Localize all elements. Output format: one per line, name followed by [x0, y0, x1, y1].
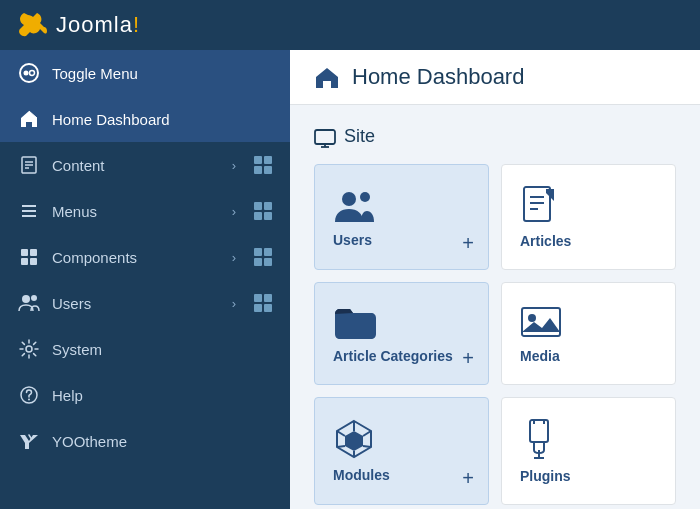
- sidebar: Toggle Menu Home Dashboard: [0, 50, 290, 509]
- modules-card-plus-icon[interactable]: +: [462, 467, 474, 490]
- components-arrow-icon: ›: [232, 250, 236, 265]
- components-grid-icon: [254, 248, 272, 266]
- sidebar-item-menus[interactable]: Menus ›: [0, 188, 290, 234]
- menus-arrow-icon: ›: [232, 204, 236, 219]
- svg-rect-38: [530, 420, 548, 442]
- home-icon: [18, 108, 40, 130]
- article-categories-card[interactable]: Article Categories +: [314, 282, 489, 385]
- users-sidebar-icon: [18, 292, 40, 314]
- svg-point-24: [342, 192, 356, 206]
- svg-point-16: [31, 295, 37, 301]
- articles-card-icon: [520, 185, 558, 225]
- page-title: Home Dashboard: [352, 64, 524, 90]
- media-card-label: Media: [520, 348, 560, 364]
- sidebar-item-help[interactable]: Help: [0, 372, 290, 418]
- help-icon: [18, 384, 40, 406]
- svg-rect-13: [21, 258, 28, 265]
- svg-line-33: [363, 431, 371, 436]
- sidebar-item-content-label: Content: [52, 157, 220, 174]
- content-header: Home Dashboard: [290, 50, 700, 105]
- components-icon: [18, 246, 40, 268]
- joomla-icon: [16, 9, 48, 41]
- svg-point-3: [30, 71, 35, 76]
- section-title: Site: [344, 126, 375, 147]
- media-card[interactable]: Media: [501, 282, 676, 385]
- article-categories-card-plus-icon[interactable]: +: [462, 347, 474, 370]
- svg-point-17: [26, 346, 32, 352]
- users-card-label: Users: [333, 232, 372, 248]
- sidebar-item-users[interactable]: Users ›: [0, 280, 290, 326]
- svg-line-34: [363, 446, 371, 447]
- sidebar-item-toggle-menu-label: Toggle Menu: [52, 65, 272, 82]
- sidebar-item-components-label: Components: [52, 249, 220, 266]
- joomla-logo: Joomla!: [16, 9, 140, 41]
- modules-card-label: Modules: [333, 467, 390, 483]
- site-monitor-icon: [314, 125, 336, 148]
- users-grid-icon: [254, 294, 272, 312]
- plugins-card-label: Plugins: [520, 468, 571, 484]
- article-categories-card-label: Article Categories: [333, 348, 453, 364]
- users-arrow-icon: ›: [232, 296, 236, 311]
- menus-grid-icon: [254, 202, 272, 220]
- content-icon: [18, 154, 40, 176]
- top-bar: Joomla!: [0, 0, 700, 50]
- svg-point-19: [28, 399, 30, 401]
- sidebar-item-content[interactable]: Content ›: [0, 142, 290, 188]
- toggle-menu-icon: [18, 62, 40, 84]
- menus-icon: [18, 200, 40, 222]
- svg-point-0: [28, 21, 36, 29]
- svg-line-36: [337, 446, 345, 447]
- svg-rect-11: [21, 249, 28, 256]
- sidebar-item-components[interactable]: Components ›: [0, 234, 290, 280]
- svg-point-25: [360, 192, 370, 202]
- system-icon: [18, 338, 40, 360]
- home-dashboard-icon: [314, 64, 340, 90]
- main-layout: Toggle Menu Home Dashboard: [0, 50, 700, 509]
- sidebar-item-toggle-menu[interactable]: Toggle Menu: [0, 50, 290, 96]
- content-area: Home Dashboard Site: [290, 50, 700, 509]
- modules-card[interactable]: Modules +: [314, 397, 489, 505]
- sidebar-item-system-label: System: [52, 341, 272, 358]
- svg-rect-12: [30, 249, 37, 256]
- content-body: Site Users +: [290, 105, 700, 509]
- content-grid-icon: [254, 156, 272, 174]
- sidebar-item-users-label: Users: [52, 295, 220, 312]
- users-card[interactable]: Users +: [314, 164, 489, 270]
- sidebar-item-help-label: Help: [52, 387, 272, 404]
- svg-rect-14: [30, 258, 37, 265]
- users-card-icon: [333, 187, 377, 224]
- plugins-card[interactable]: Plugins: [501, 397, 676, 505]
- sidebar-item-yootheme-label: YOOtheme: [52, 433, 272, 450]
- svg-rect-20: [315, 130, 335, 144]
- svg-line-37: [337, 431, 345, 436]
- svg-point-15: [22, 295, 30, 303]
- sidebar-item-home-label: Home Dashboard: [52, 111, 272, 128]
- users-card-plus-icon[interactable]: +: [462, 232, 474, 255]
- modules-card-icon: [333, 419, 375, 459]
- article-categories-card-icon: [333, 303, 377, 340]
- sidebar-item-home-dashboard[interactable]: Home Dashboard: [0, 96, 290, 142]
- media-card-icon: [520, 303, 562, 340]
- sidebar-item-menus-label: Menus: [52, 203, 220, 220]
- yootheme-icon: [18, 430, 40, 452]
- sidebar-item-system[interactable]: System: [0, 326, 290, 372]
- svg-point-31: [528, 314, 536, 322]
- content-arrow-icon: ›: [232, 158, 236, 173]
- joomla-brand-text: Joomla!: [56, 12, 140, 38]
- cards-grid: Users + Articles: [314, 164, 676, 505]
- articles-card-label: Articles: [520, 233, 571, 249]
- sidebar-item-yootheme[interactable]: YOOtheme: [0, 418, 290, 464]
- section-header: Site: [314, 125, 676, 148]
- plugins-card-icon: [520, 418, 558, 460]
- svg-point-2: [24, 71, 29, 76]
- articles-card[interactable]: Articles: [501, 164, 676, 270]
